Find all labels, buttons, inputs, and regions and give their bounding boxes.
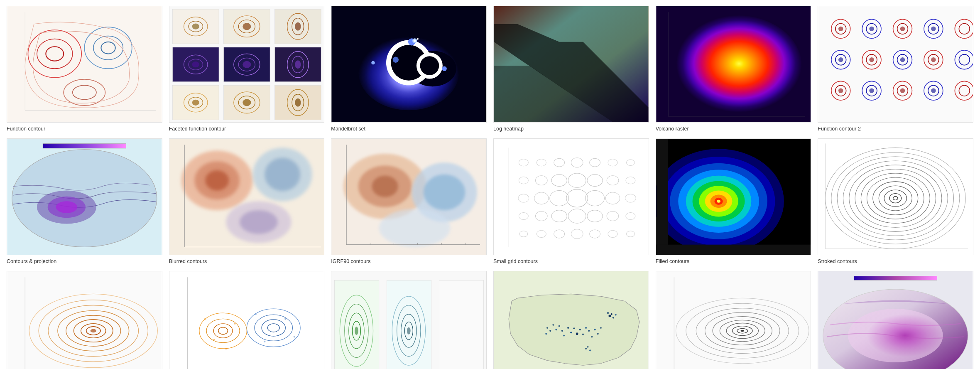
gallery-item-stroked-contours[interactable]: Stroked contours [814, 136, 977, 268]
svg-point-58 [442, 66, 447, 71]
svg-point-77 [870, 27, 874, 31]
gallery-item-projected-raster-vapor[interactable]: Projected raster: vapor [814, 268, 977, 369]
item-label-log-heatmap: Log heatmap [493, 126, 649, 132]
svg-point-111 [931, 88, 936, 93]
svg-point-43 [243, 99, 251, 106]
thumbnail-mandelbrot-set [331, 6, 487, 123]
svg-rect-212 [7, 271, 162, 369]
thumbnail-volcano-raster [656, 6, 811, 123]
svg-point-281 [607, 312, 609, 314]
svg-point-74 [838, 27, 843, 31]
svg-point-235 [204, 318, 206, 320]
thumbnail-olympians-density [7, 271, 162, 369]
svg-point-31 [243, 61, 251, 68]
svg-rect-144 [494, 139, 648, 255]
gallery-item-log-heatmap[interactable]: Log heatmap [490, 3, 652, 136]
svg-rect-256 [439, 280, 484, 369]
svg-point-282 [615, 314, 616, 315]
svg-point-298 [740, 330, 744, 332]
svg-point-284 [589, 349, 591, 351]
thumbnail-function-contour [7, 6, 162, 123]
item-label-small-grid-contours: Small grid contours [493, 258, 649, 264]
svg-point-118 [56, 201, 78, 213]
svg-point-260 [545, 333, 547, 335]
svg-point-97 [931, 57, 936, 62]
svg-point-105 [870, 88, 874, 93]
svg-point-266 [567, 327, 569, 329]
svg-point-57 [393, 57, 399, 63]
svg-point-258 [546, 327, 548, 329]
item-label-contours-projection: Contours & projection [7, 258, 162, 264]
svg-point-275 [594, 329, 595, 330]
gallery-item-small-grid-contours[interactable]: Small grid contours [490, 136, 652, 268]
svg-point-273 [588, 330, 590, 332]
svg-point-274 [591, 336, 593, 337]
gallery-item-density-stroke[interactable]: Density stroke [652, 268, 815, 369]
svg-point-269 [576, 332, 578, 335]
svg-point-60 [414, 39, 416, 42]
gallery-item-walmart-density[interactable]: Walmart density [490, 268, 652, 369]
svg-point-237 [234, 323, 235, 325]
svg-rect-119 [43, 143, 126, 148]
svg-point-19 [243, 23, 251, 30]
svg-point-135 [424, 175, 465, 210]
gallery-grid: Function contour [0, 0, 980, 369]
svg-point-255 [407, 327, 411, 334]
svg-point-280 [612, 317, 614, 318]
svg-point-23 [295, 22, 301, 31]
svg-point-301 [848, 309, 943, 362]
svg-point-127 [240, 210, 278, 234]
svg-point-15 [192, 23, 199, 29]
thumbnail-blurred-contours [169, 138, 325, 255]
svg-point-133 [372, 176, 398, 197]
svg-point-68 [671, 15, 802, 116]
item-label-filled-contours: Filled contours [656, 258, 811, 264]
gallery-item-function-contour-2[interactable]: Function contour 2 [814, 3, 977, 136]
gallery-item-volcano-raster[interactable]: Volcano raster [652, 3, 815, 136]
svg-point-39 [192, 100, 199, 106]
svg-point-223 [91, 329, 96, 333]
svg-point-47 [295, 98, 301, 107]
thumbnail-projected-raster-vapor [818, 271, 973, 369]
svg-point-262 [555, 329, 557, 330]
svg-rect-194 [656, 139, 668, 255]
item-label-mandelbrot-set: Mandelbrot set [331, 126, 487, 132]
gallery-item-density-skew[interactable]: Density skew (weight) inter... [166, 268, 328, 369]
svg-point-279 [610, 313, 612, 315]
svg-rect-195 [656, 245, 811, 255]
svg-point-236 [213, 339, 215, 340]
thumbnail-walmart-density [493, 271, 649, 369]
svg-point-278 [608, 315, 611, 317]
svg-point-240 [264, 341, 265, 342]
gallery-item-filled-contours[interactable]: Filled contours [652, 136, 815, 268]
gallery-item-mandelbrot-set[interactable]: Mandelbrot set [328, 3, 490, 136]
svg-point-61 [417, 38, 419, 40]
gallery-item-igrf90-contours[interactable]: IGRF90 contours [328, 136, 490, 268]
svg-point-242 [293, 336, 295, 337]
gallery-item-function-contour[interactable]: Function contour [3, 3, 166, 136]
svg-point-54 [420, 56, 439, 75]
svg-point-259 [549, 330, 551, 332]
svg-point-241 [284, 318, 286, 320]
svg-point-239 [255, 313, 256, 315]
svg-point-193 [717, 200, 720, 203]
gallery-item-density-faceted[interactable]: Density, faceted [328, 268, 490, 369]
svg-point-271 [582, 334, 584, 335]
thumbnail-log-heatmap [493, 6, 649, 123]
svg-point-265 [563, 335, 565, 336]
svg-point-283 [585, 348, 587, 349]
svg-point-272 [585, 327, 587, 329]
gallery-item-olympians-density[interactable]: Olympians density [3, 268, 166, 369]
svg-point-102 [838, 88, 843, 93]
item-label-function-contour: Function contour [7, 126, 162, 132]
svg-point-238 [225, 348, 227, 349]
svg-rect-224 [169, 271, 324, 369]
thumbnail-igrf90-contours [331, 138, 487, 255]
item-label-function-contour-2: Function contour 2 [818, 126, 973, 132]
gallery-item-contours-projection[interactable]: Contours & projection [3, 136, 166, 268]
item-label-igrf90-contours: IGRF90 contours [331, 258, 487, 264]
svg-point-59 [372, 61, 375, 65]
item-label-stroked-contours: Stroked contours [818, 258, 973, 264]
gallery-item-faceted-function-contour[interactable]: Faceted function contour [166, 3, 328, 136]
gallery-item-blurred-contours[interactable]: Blurred contours [166, 136, 328, 268]
